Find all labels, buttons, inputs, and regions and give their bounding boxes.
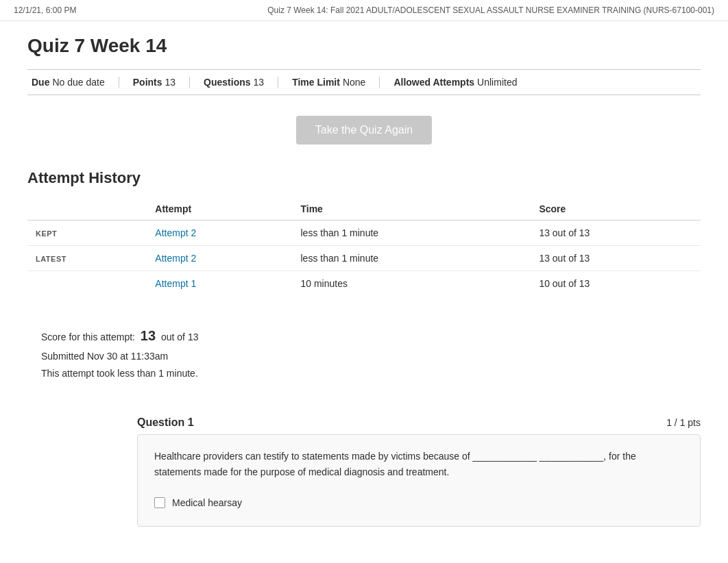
answer-option-1: Medical hearsay	[154, 493, 683, 512]
table-row: KEPTAttempt 2less than 1 minute13 out of…	[27, 221, 701, 246]
row-attempt[interactable]: Attempt 2	[147, 221, 292, 246]
question-1-body: Healthcare providers can testify to stat…	[137, 434, 701, 527]
allowed-attempts-label: Allowed Attempts	[393, 77, 474, 88]
top-bar: 12/1/21, 6:00 PM Quiz 7 Week 14: Fall 20…	[0, 0, 728, 21]
question-header: Question 1 1 / 1 pts	[27, 410, 701, 434]
answer-checkbox-1	[154, 497, 165, 508]
meta-points: Points 13	[119, 77, 190, 88]
row-badge	[27, 271, 147, 297]
question-1-text: Healthcare providers can testify to stat…	[154, 449, 683, 479]
duration-line: This attempt took less than 1 minute.	[41, 365, 687, 382]
allowed-attempts-value: Unlimited	[477, 77, 517, 88]
row-score: 13 out of 13	[531, 246, 701, 271]
due-label: Due	[32, 77, 49, 88]
meta-allowed-attempts: Allowed Attempts Unlimited	[380, 77, 531, 88]
main-content: Quiz 7 Week 14 Due No due date Points 13…	[0, 21, 728, 540]
questions-label: Questions	[204, 77, 250, 88]
score-line: Score for this attempt: 13 out of 13	[41, 323, 687, 348]
score-number: 13	[141, 328, 156, 343]
meta-due: Due No due date	[27, 77, 119, 88]
course-label: Quiz 7 Week 14: Fall 2021 ADULT/ADOLESCE…	[267, 5, 714, 15]
quiz-title: Quiz 7 Week 14	[27, 35, 701, 57]
col-score: Score	[531, 198, 701, 221]
time-limit-label: Time Limit	[292, 77, 340, 88]
attempt-table: Attempt Time Score KEPTAttempt 2less tha…	[27, 198, 701, 296]
table-row: LATESTAttempt 2less than 1 minute13 out …	[27, 246, 701, 271]
take-quiz-button[interactable]: Take the Quiz Again	[296, 116, 432, 145]
points-label: Points	[133, 77, 162, 88]
score-summary: Score for this attempt: 13 out of 13 Sub…	[27, 316, 701, 396]
table-row: Attempt 110 minutes10 out of 13	[27, 271, 701, 297]
score-prefix: Score for this attempt:	[41, 331, 135, 342]
row-time: less than 1 minute	[292, 246, 531, 271]
due-value: No due date	[52, 77, 104, 88]
question-1-pts: 1 / 1 pts	[666, 417, 701, 428]
row-score: 13 out of 13	[531, 221, 701, 246]
score-suffix: out of 13	[161, 331, 199, 342]
question-section: Question 1 1 / 1 pts Healthcare provider…	[27, 410, 701, 527]
col-time: Time	[292, 198, 531, 221]
meta-time-limit: Time Limit None	[278, 77, 380, 88]
row-badge: LATEST	[27, 246, 147, 271]
row-score: 10 out of 13	[531, 271, 701, 297]
attempt-history-title: Attempt History	[27, 169, 701, 187]
quiz-btn-wrapper: Take the Quiz Again	[27, 116, 701, 145]
row-time: 10 minutes	[292, 271, 531, 297]
time-limit-value: None	[343, 77, 365, 88]
row-time: less than 1 minute	[292, 221, 531, 246]
attempt-table-header: Attempt Time Score	[27, 198, 701, 221]
submitted-line: Submitted Nov 30 at 11:33am	[41, 348, 687, 365]
row-attempt[interactable]: Attempt 1	[147, 271, 292, 297]
meta-bar: Due No due date Points 13 Questions 13 T…	[27, 69, 701, 95]
date-label: 12/1/21, 6:00 PM	[14, 5, 76, 15]
question-1-title: Question 1	[137, 416, 194, 429]
row-badge: KEPT	[27, 221, 147, 246]
row-attempt[interactable]: Attempt 2	[147, 246, 292, 271]
col-attempt: Attempt	[147, 198, 292, 221]
answer-label-1: Medical hearsay	[172, 497, 242, 508]
col-badge	[27, 198, 147, 221]
meta-questions: Questions 13	[190, 77, 278, 88]
questions-value: 13	[254, 77, 265, 88]
points-value: 13	[165, 77, 176, 88]
